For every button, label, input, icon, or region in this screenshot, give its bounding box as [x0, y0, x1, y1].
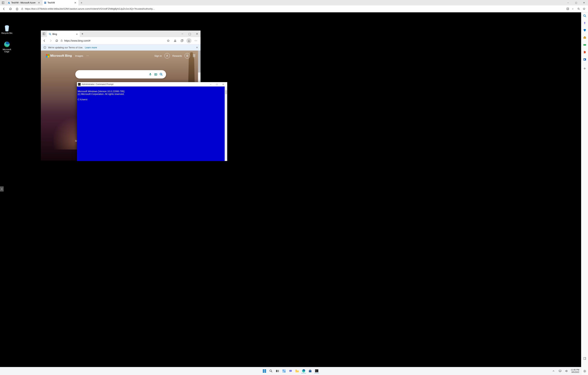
browser-tab-azure[interactable]: TestVM - Microsoft Azure ✕ — [6, 0, 42, 5]
taskbar-clock[interactable]: 11:06 PM 8/5/2022 — [571, 369, 579, 373]
task-view-button[interactable] — [275, 369, 280, 373]
remote-desktop-viewport[interactable]: Recycle Bin Microsoft Edge » Bing ✕ — [0, 12, 581, 375]
camera-icon[interactable] — [153, 73, 158, 76]
sidebar-discover-icon[interactable] — [583, 21, 587, 25]
svg-rect-46 — [289, 370, 292, 372]
inner-close-button[interactable]: ✕ — [193, 31, 200, 37]
sidebar-shopping-icon[interactable] — [583, 28, 587, 32]
inner-favorites-bar-icon[interactable] — [173, 38, 178, 43]
inner-edge-titlebar[interactable]: Bing ✕ ＋ – ▢ ✕ — [41, 31, 200, 37]
cmd-icon: C:\ — [78, 83, 81, 86]
svg-rect-3 — [44, 3, 46, 4]
sidebar-games-icon[interactable] — [583, 43, 587, 47]
bastion-toolbar-handle[interactable]: » — [0, 187, 4, 191]
cmd-titlebar[interactable]: C:\ Administrator: Command Prompt – ▢ ✕ — [77, 82, 227, 87]
inner-refresh-button[interactable] — [54, 38, 59, 43]
svg-point-60 — [584, 59, 585, 60]
rewards-icon[interactable] — [185, 53, 190, 58]
file-explorer-button[interactable] — [295, 369, 299, 373]
svg-rect-43 — [284, 370, 285, 371]
bing-menu-button[interactable]: ☰ — [193, 54, 195, 58]
tray-overflow-button[interactable] — [551, 369, 556, 373]
minimize-button[interactable]: – — [564, 0, 572, 5]
scrollbar-thumb[interactable] — [198, 51, 200, 73]
store-button[interactable] — [308, 369, 313, 373]
widgets-button[interactable] — [282, 369, 286, 373]
sidebar-collapse-icon[interactable] — [583, 356, 587, 361]
new-tab-button[interactable]: ＋ — [79, 1, 84, 5]
network-icon[interactable] — [558, 369, 562, 373]
inner-address-input[interactable]: https://www.bing.com/# — [60, 39, 165, 42]
home-button[interactable] — [14, 6, 20, 11]
browser-tab-testvm[interactable]: TestVM ✕ — [42, 0, 79, 5]
bing-account-icon[interactable] — [164, 53, 170, 58]
address-input[interactable]: https://bst-c375b4cb-e48d-b6ba3dc52fbf.b… — [21, 6, 163, 11]
cmd-minimize-button[interactable]: – — [208, 82, 214, 87]
app-mode-icon[interactable] — [565, 6, 570, 11]
svg-point-38 — [270, 370, 272, 372]
start-button[interactable] — [262, 369, 267, 373]
cmd-output: Microsoft Windows [Version 10.0.22000.79… — [78, 90, 124, 101]
inner-back-button[interactable] — [42, 38, 47, 43]
desktop-icon-edge[interactable]: Microsoft Edge — [0, 41, 13, 53]
server-icon — [44, 1, 46, 4]
inner-tab-close-button[interactable]: ✕ — [76, 33, 78, 36]
chat-button[interactable] — [288, 369, 293, 373]
cmd-scroll-thumb[interactable] — [225, 90, 227, 94]
maximize-button[interactable]: ▢ — [572, 0, 580, 5]
inner-new-tab-button[interactable]: ＋ — [80, 31, 85, 37]
inner-minimize-button[interactable]: – — [179, 31, 186, 37]
bing-search-input[interactable] — [79, 73, 147, 76]
cmd-close-button[interactable]: ✕ — [220, 82, 226, 87]
bing-logo[interactable]: Microsoft Bing — [46, 54, 72, 58]
desktop-icon-recycle-bin[interactable]: Recycle Bin — [0, 25, 13, 34]
close-button[interactable]: ✕ — [580, 0, 588, 5]
cmd-scrollbar[interactable] — [225, 87, 227, 161]
sidebar-office-icon[interactable] — [583, 50, 587, 54]
volume-icon[interactable] — [564, 369, 569, 373]
svg-rect-14 — [43, 33, 43, 35]
sidebar-search-icon[interactable] — [583, 14, 587, 18]
bing-rewards-link[interactable]: Rewards — [172, 55, 182, 57]
sidebar-tools-icon[interactable] — [583, 36, 587, 40]
command-prompt-window: C:\ Administrator: Command Prompt – ▢ ✕ … — [77, 82, 227, 161]
tab-close-button[interactable]: ✕ — [74, 1, 77, 4]
mic-icon[interactable] — [147, 73, 153, 76]
inner-profile-button[interactable] — [186, 38, 191, 43]
sidebar-settings-icon[interactable] — [583, 369, 587, 373]
inner-browser-tab[interactable]: Bing ✕ — [47, 31, 80, 37]
cmd-terminal[interactable]: Microsoft Windows [Version 10.0.22000.79… — [77, 87, 227, 161]
bing-nav-images[interactable]: Images — [75, 55, 83, 57]
zoom-icon[interactable] — [576, 6, 581, 11]
edge-taskbar-button[interactable] — [301, 369, 306, 373]
inner-tab-actions-button[interactable] — [41, 31, 47, 37]
recycle-bin-icon — [4, 25, 10, 31]
svg-rect-12 — [5, 25, 8, 26]
refresh-button[interactable] — [8, 6, 13, 11]
svg-line-17 — [51, 34, 51, 35]
terminal-taskbar-button[interactable]: >_ — [314, 369, 319, 373]
bing-nav-more[interactable]: ⋯ — [86, 54, 89, 57]
notice-close-button[interactable]: ✕ — [196, 46, 198, 49]
svg-rect-44 — [283, 371, 284, 373]
notice-learn-more-link[interactable]: Learn more — [85, 46, 97, 49]
inner-maximize-button[interactable]: ▢ — [186, 31, 193, 37]
back-button[interactable] — [1, 6, 7, 11]
favorites-icon[interactable] — [581, 6, 587, 11]
inner-favorites-star-icon[interactable] — [166, 38, 171, 43]
tab-close-button[interactable]: ✕ — [37, 1, 41, 4]
tab-actions-button[interactable] — [0, 0, 6, 5]
inner-forward-button — [48, 38, 53, 43]
taskbar-search-button[interactable] — [269, 369, 273, 373]
sidebar-outlook-icon[interactable] — [583, 57, 587, 61]
inner-tab-title: Bing — [52, 33, 57, 35]
clock-date: 8/5/2022 — [571, 371, 579, 373]
cmd-maximize-button[interactable]: ▢ — [214, 82, 220, 87]
sidebar-add-button[interactable] — [583, 66, 587, 70]
search-icon[interactable] — [158, 73, 164, 76]
bing-search-box[interactable] — [75, 70, 166, 78]
bing-signin-link[interactable]: Sign in — [154, 55, 162, 57]
inner-menu-button[interactable]: ⋯ — [193, 38, 198, 43]
inner-collections-icon[interactable] — [179, 38, 185, 43]
read-aloud-icon[interactable]: A⁾ — [571, 6, 576, 11]
